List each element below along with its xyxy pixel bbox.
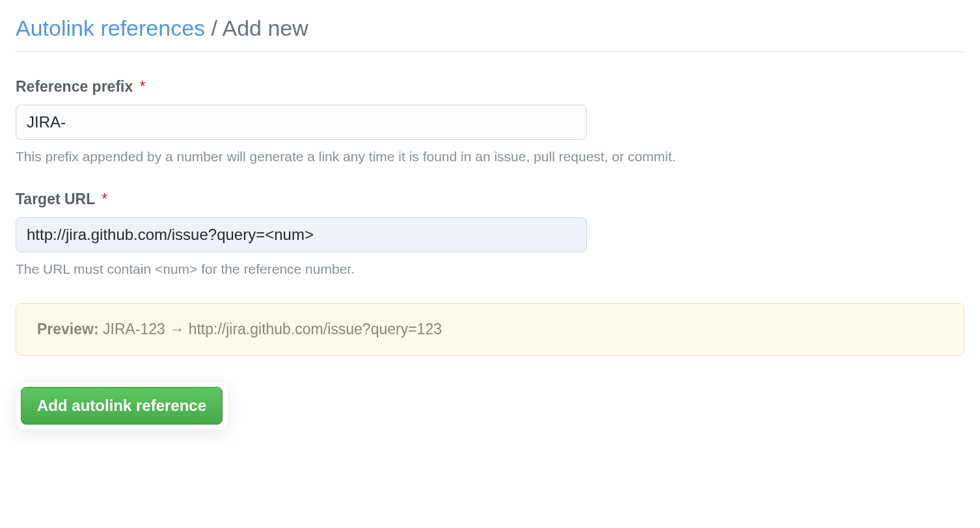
target-url-label: Target URL *	[16, 191, 964, 208]
preview-label: Preview:	[37, 321, 99, 337]
breadcrumb-separator: /	[205, 16, 222, 40]
label-text: Target URL	[16, 191, 95, 207]
label-text: Reference prefix	[16, 78, 133, 95]
target-url-input[interactable]	[16, 217, 587, 252]
preview-text: JIRA-123 → http://jira.github.com/issue?…	[99, 321, 442, 337]
breadcrumb-current: Add new	[223, 16, 308, 40]
preview-box: Preview: JIRA-123 → http://jira.github.c…	[16, 303, 964, 356]
page-title: Autolink references / Add new	[16, 16, 964, 52]
submit-button-wrapper: Add autolink reference	[16, 382, 228, 430]
add-autolink-reference-button[interactable]: Add autolink reference	[21, 387, 223, 425]
target-url-hint: The URL must contain <num> for the refer…	[16, 261, 964, 277]
required-asterisk: *	[140, 78, 146, 95]
reference-prefix-label: Reference prefix *	[16, 78, 964, 96]
reference-prefix-hint: This prefix appended by a number will ge…	[16, 149, 964, 165]
reference-prefix-group: Reference prefix * This prefix appended …	[16, 78, 964, 165]
target-url-group: Target URL * The URL must contain <num> …	[16, 191, 964, 277]
autolink-references-link[interactable]: Autolink references	[16, 16, 205, 40]
reference-prefix-input[interactable]	[16, 105, 587, 140]
required-asterisk: *	[102, 191, 107, 207]
